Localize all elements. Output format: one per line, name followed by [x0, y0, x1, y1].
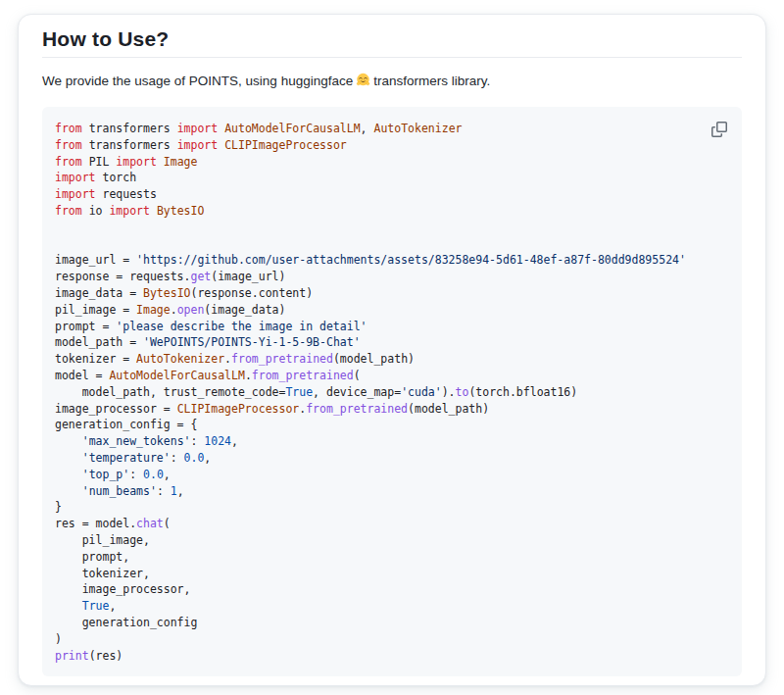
code-line: }: [55, 499, 726, 516]
code-line: model_path = 'WePOINTS/POINTS-Yi-1-5-9B-…: [55, 334, 726, 351]
code-line: pil_image = Image.open(image_data): [55, 302, 726, 319]
code-line: 'num_beams': 1,: [55, 483, 726, 500]
intro-text-after: transformers library.: [373, 74, 490, 88]
code-line: from io import BytesIO: [55, 203, 726, 220]
code-line: ): [55, 631, 726, 648]
code-line: from transformers import AutoModelForCau…: [55, 121, 726, 137]
intro-text-before: We provide the usage of POINTS, using hu…: [42, 74, 353, 88]
code-line: image_data = BytesIO(response.content): [55, 285, 726, 302]
page-title: How to Use?: [42, 26, 742, 58]
code-line: [55, 236, 726, 253]
copy-code-button[interactable]: [706, 116, 733, 143]
code-line: generation_config = {: [55, 417, 726, 433]
code-line: import torch: [55, 170, 726, 186]
code-line: model = AutoModelForCausalLM.from_pretra…: [55, 368, 726, 384]
copy-icon: [711, 122, 727, 137]
code-line: tokenizer,: [55, 566, 726, 582]
code-line: 'max_new_tokens': 1024,: [55, 433, 726, 450]
intro-text: We provide the usage of POINTS, using hu…: [42, 72, 742, 91]
code-line: response = requests.get(image_url): [55, 269, 726, 285]
code-line: prompt,: [55, 549, 726, 566]
code-line: prompt = 'please describe the image in d…: [55, 319, 726, 335]
code-line: from PIL import Image: [55, 154, 726, 171]
code-line: image_processor,: [55, 581, 726, 598]
code-line: pil_image,: [55, 532, 726, 549]
code-line: print(res): [55, 648, 726, 665]
code-line: import requests: [55, 186, 726, 203]
code-line: generation_config: [55, 615, 726, 631]
code-line: model_path, trust_remote_code=True, devi…: [55, 384, 726, 401]
code-line: image_processor = CLIPImageProcessor.fro…: [55, 401, 726, 418]
how-to-use-card: How to Use? We provide the usage of POIN…: [18, 14, 766, 686]
code-line: image_url = 'https://github.com/user-att…: [55, 252, 726, 269]
code-line: from transformers import CLIPImageProces…: [55, 137, 726, 154]
code-line: 'top_p': 0.0,: [55, 467, 726, 483]
code-content: from transformers import AutoModelForCau…: [55, 121, 726, 664]
code-line: 'temperature': 0.0,: [55, 450, 726, 467]
hugging-face-emoji: [356, 73, 370, 87]
code-line: [55, 220, 726, 236]
code-line: True,: [55, 598, 726, 615]
code-line: res = model.chat(: [55, 516, 726, 532]
code-block: from transformers import AutoModelForCau…: [42, 107, 742, 676]
code-line: tokenizer = AutoTokenizer.from_pretraine…: [55, 351, 726, 368]
